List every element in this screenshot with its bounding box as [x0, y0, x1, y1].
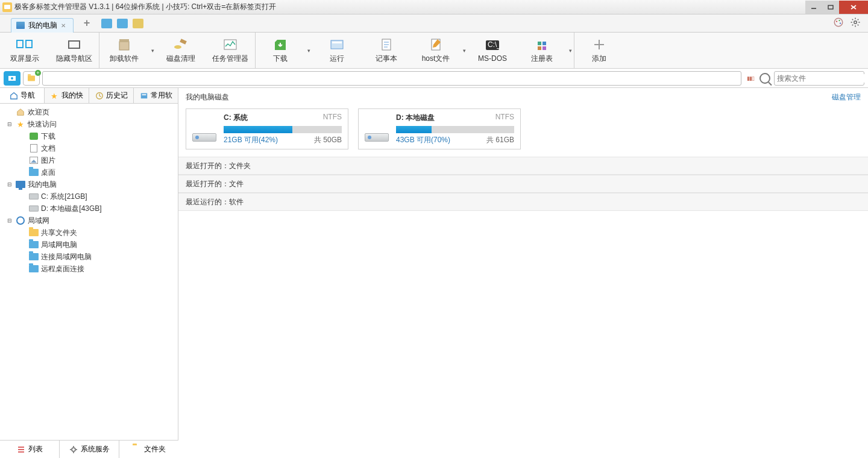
tree-label: 下载	[41, 131, 55, 142]
toolbar-rect-button[interactable]: 隐藏导航区	[49, 33, 99, 68]
folder-tool-icon[interactable]	[117, 19, 128, 28]
disk-icon	[365, 113, 390, 145]
sidebar-bottom-tabs: 列表系统服务文件夹	[0, 440, 178, 458]
toolbar-label: 任务管理器	[212, 54, 248, 64]
tree-item[interactable]: ⊟局域网	[0, 215, 178, 227]
toolbar-run-button[interactable]: 运行	[312, 33, 362, 68]
svg-rect-9	[17, 40, 23, 48]
titlebar: 极客多标签文件管理器 V1.3.1 | 64位操作系统 | 小技巧: Ctrl+…	[0, 0, 868, 14]
tab-my-computer[interactable]: 我的电脑 ✕	[11, 18, 74, 33]
svg-point-8	[854, 21, 857, 24]
close-button[interactable]	[839, 1, 868, 14]
svg-rect-34	[140, 93, 147, 98]
tree-item[interactable]: 共享文件夹	[0, 227, 178, 239]
sidebar-tab-label: 常用软	[151, 90, 172, 101]
settings-icon[interactable]	[850, 17, 861, 30]
dropdown-icon[interactable]	[567, 48, 574, 54]
tree-label: 桌面	[41, 168, 55, 178]
toolbar-label: 下载	[273, 54, 288, 64]
disk-icon	[29, 192, 39, 201]
tree-label: 连接局域网电脑	[41, 252, 92, 262]
refresh-icon[interactable]	[101, 19, 112, 28]
sidebar-tab-label: 我的快	[61, 90, 83, 101]
tree-item[interactable]: C: 系统[21GB]	[0, 190, 178, 202]
bottom-tab-1[interactable]: 系统服务	[60, 441, 119, 458]
disk-icon	[29, 204, 39, 213]
dropdown-icon[interactable]	[305, 48, 312, 54]
sidebar-tab-icon	[95, 92, 104, 100]
toolbar-plus-button[interactable]: 添加	[574, 33, 624, 68]
svg-point-39	[72, 448, 75, 451]
recent-section-header[interactable]: 最近运行的：软件	[178, 193, 868, 211]
dropdown-icon[interactable]	[149, 48, 156, 54]
monitor-icon	[16, 180, 25, 189]
toolbar-label: 磁盘清理	[166, 54, 195, 64]
disk-name: C: 系统	[224, 113, 248, 123]
dlgreen-icon	[272, 37, 289, 52]
sidebar-tab-2[interactable]: 历史记	[89, 88, 134, 103]
bottom-tab-0[interactable]: 列表	[0, 441, 60, 458]
sidebar-tab-1[interactable]: ★我的快	[45, 88, 89, 103]
search-icon	[760, 73, 770, 84]
tree-item[interactable]: 远程桌面连接	[0, 263, 178, 275]
search-input[interactable]	[777, 74, 867, 83]
address-input[interactable]	[42, 71, 741, 86]
sidebar-tab-0[interactable]: 导航	[0, 88, 45, 103]
toolbar-host-button[interactable]: host文件	[411, 33, 461, 68]
folder-icon	[29, 228, 39, 237]
toolbar-reg-button[interactable]: 注册表	[517, 33, 567, 68]
disk-card[interactable]: C: 系统NTFS21GB 可用(42%)共 50GB	[186, 108, 348, 149]
tree-twisty-icon[interactable]: ⊟	[6, 181, 13, 187]
plus-icon	[591, 37, 608, 52]
tree-label: 文档	[41, 143, 55, 154]
toolbar-brush-button[interactable]: 磁盘清理	[156, 33, 206, 68]
tab-label: 我的电脑	[28, 20, 57, 31]
toolbar-taskmgr-button[interactable]: 任务管理器	[206, 33, 255, 68]
theme-icon[interactable]	[833, 17, 844, 30]
history-tool-icon[interactable]	[133, 19, 143, 28]
svg-rect-11	[69, 41, 80, 48]
box-icon	[116, 37, 133, 52]
toolbar-label: host文件	[422, 54, 450, 64]
tree-item[interactable]: 局域网电脑	[0, 239, 178, 251]
breadcrumb-overflow-icon[interactable]: ▮▮▯	[744, 72, 757, 85]
disk-usage-bar	[396, 126, 514, 133]
toolbar-dos-button[interactable]: C:\_MS-DOS	[468, 33, 517, 68]
nav-home-button[interactable]	[4, 71, 20, 86]
tree-twisty-icon[interactable]: ⊟	[6, 218, 13, 224]
new-folder-button[interactable]	[23, 71, 40, 86]
tree-item[interactable]: ⊟★快速访问	[0, 118, 178, 130]
tree-item[interactable]: 下载	[0, 130, 178, 142]
folderblue-icon	[29, 265, 39, 273]
toolbar-note-button[interactable]: 记事本	[362, 33, 411, 68]
brush-icon	[172, 37, 189, 52]
tabstrip: 我的电脑 ✕ +	[0, 14, 868, 33]
tree-item[interactable]: 欢迎页	[0, 106, 178, 118]
toolbar-dual-button[interactable]: 双屏显示	[0, 33, 49, 68]
toolbar-label: 卸载软件	[110, 54, 139, 64]
toolbar: 双屏显示隐藏导航区卸载软件磁盘清理任务管理器下载运行记事本host文件C:\_M…	[0, 33, 868, 69]
toolbar-box-button[interactable]: 卸载软件	[99, 33, 149, 68]
tree-item[interactable]: 桌面	[0, 166, 178, 178]
tree-item[interactable]: 文档	[0, 142, 178, 154]
minimize-button[interactable]	[805, 1, 822, 14]
dropdown-icon[interactable]	[461, 48, 468, 54]
tree-item[interactable]: 图片	[0, 154, 178, 166]
tree-item[interactable]: 连接局域网电脑	[0, 251, 178, 263]
new-tab-button[interactable]: +	[81, 17, 93, 30]
disk-management-link[interactable]: 磁盘管理	[832, 92, 861, 102]
bottom-tab-2[interactable]: 文件夹	[119, 441, 178, 458]
tab-close-icon[interactable]: ✕	[61, 22, 68, 29]
sidebar-tab-icon	[140, 92, 148, 100]
toolbar-dlgreen-button[interactable]: 下载	[256, 33, 305, 68]
tree-twisty-icon[interactable]: ⊟	[6, 121, 13, 127]
app-icon	[2, 2, 12, 12]
maximize-button[interactable]	[822, 1, 839, 14]
doc-icon	[29, 144, 39, 152]
disk-card[interactable]: D: 本地磁盘NTFS43GB 可用(70%)共 61GB	[358, 108, 521, 149]
recent-section-header[interactable]: 最近打开的：文件夹	[178, 157, 868, 175]
sidebar-tab-3[interactable]: 常用软	[134, 88, 178, 103]
recent-section-header[interactable]: 最近打开的：文件	[178, 175, 868, 193]
tree-item[interactable]: ⊟我的电脑	[0, 178, 178, 190]
tree-item[interactable]: D: 本地磁盘[43GB]	[0, 202, 178, 215]
